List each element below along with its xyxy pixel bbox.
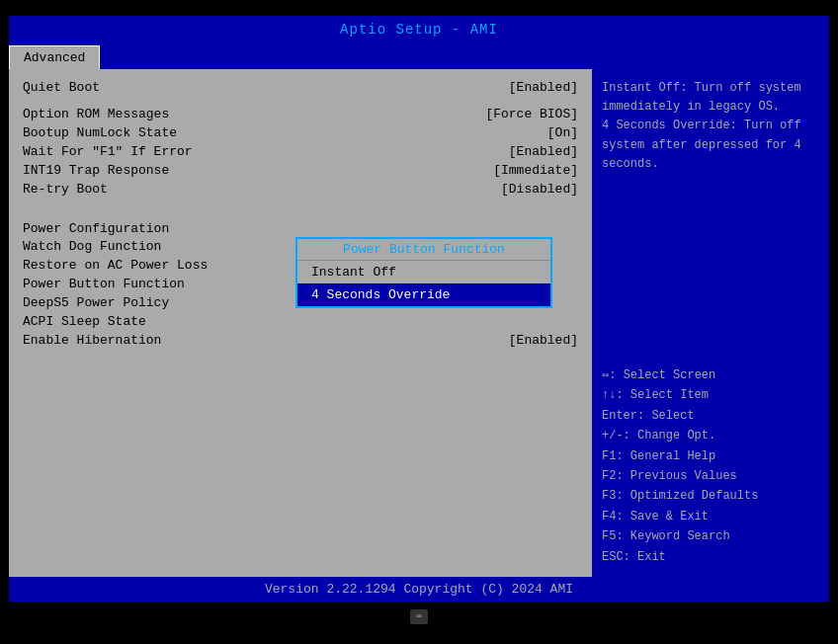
menu-item-int19-trap[interactable]: INT19 Trap Response [Immediate]	[23, 162, 578, 179]
menu-item-retry-boot[interactable]: Re-try Boot [Disabled]	[23, 181, 578, 198]
dropdown-title: Power Button Function	[297, 239, 550, 261]
section-power-config: Power Configuration	[23, 221, 578, 236]
key-change-opt: +/-: Change Opt.	[602, 426, 819, 445]
bottom-row: ⌨	[9, 602, 829, 628]
key-esc: ESC: Exit	[602, 547, 819, 567]
key-f1: F1: General Help	[602, 446, 819, 466]
key-help: ⇔: Select Screen ↑↓: Select Item Enter: …	[602, 365, 819, 567]
right-panel: Instant Off: Turn off system immediately…	[592, 69, 829, 577]
dropdown-power-button[interactable]: Power Button Function Instant Off 4 Seco…	[295, 237, 552, 308]
footer-text: Version 2.22.1294 Copyright (C) 2024 AMI	[265, 582, 573, 597]
key-f3: F3: Optimized Defaults	[602, 486, 819, 506]
footer: Version 2.22.1294 Copyright (C) 2024 AMI	[9, 577, 829, 602]
dropdown-item-4seconds[interactable]: 4 Seconds Override	[297, 283, 550, 306]
title-text: Aptio Setup - AMI	[340, 22, 498, 38]
title-bar: Aptio Setup - AMI	[9, 16, 829, 43]
help-description: Instant Off: Turn off system immediately…	[602, 79, 819, 174]
key-select-item: ↑↓: Select Item	[602, 385, 819, 405]
keyboard-icon: ⌨	[410, 609, 427, 624]
key-enter: Enter: Select	[602, 406, 819, 426]
main-area: Quiet Boot [Enabled] Option ROM Messages…	[9, 69, 829, 577]
menu-item-option-rom[interactable]: Option ROM Messages [Force BIOS]	[23, 106, 578, 122]
menu-item-quiet-boot[interactable]: Quiet Boot [Enabled]	[23, 79, 578, 96]
key-f4: F4: Save & Exit	[602, 507, 819, 526]
key-f5: F5: Keyword Search	[602, 526, 819, 546]
menu-item-enable-hibernate[interactable]: Enable Hibernation [Enabled]	[23, 332, 578, 349]
tab-bar: Advanced	[9, 43, 829, 69]
menu-item-acpi-sleep[interactable]: ACPI Sleep State	[23, 313, 578, 330]
menu-item-numlock[interactable]: Bootup NumLock State [On]	[23, 124, 578, 141]
dropdown-item-instant-off[interactable]: Instant Off	[297, 261, 550, 283]
key-f2: F2: Previous Values	[602, 466, 819, 486]
menu-item-wait-f1[interactable]: Wait For "F1" If Error [Enabled]	[23, 143, 578, 160]
tab-advanced[interactable]: Advanced	[9, 45, 100, 69]
left-panel: Quiet Boot [Enabled] Option ROM Messages…	[9, 69, 592, 577]
key-select-screen: ⇔: Select Screen	[602, 365, 819, 385]
